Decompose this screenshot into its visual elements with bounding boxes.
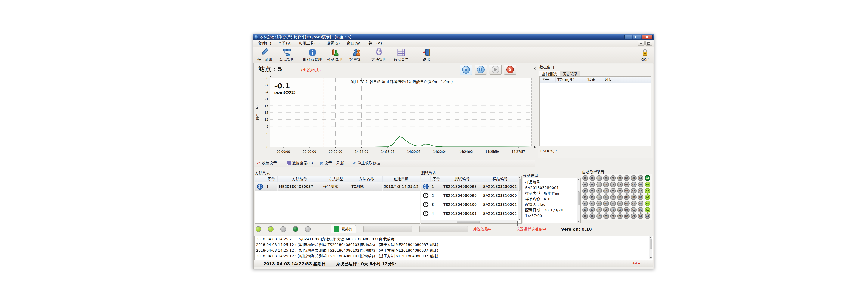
vial-H6[interactable]: H6 [596,207,602,213]
close-button[interactable] [642,35,652,39]
customer-mgmt-button[interactable]: 客户管理 [346,47,368,64]
vial-D4[interactable]: D4 [624,194,629,200]
linear-settings-button[interactable]: 线性设置 [254,160,283,166]
vial-G1[interactable]: G1 [603,175,609,181]
test-row-1[interactable]: 1 TS201804080098 SA201803280001 [421,182,518,191]
vial-H7[interactable]: H7 [596,213,602,219]
vial-J4[interactable]: J4 [582,194,588,200]
vial-F1[interactable]: F1 [610,175,616,181]
vial-I7[interactable]: I7 [589,213,595,219]
test-row-4[interactable]: 4 TS201804080101 SA201803310002 [421,209,518,218]
vial-G4[interactable]: G4 [603,194,609,200]
vial-D7[interactable]: D7 [624,213,629,219]
vial-I5[interactable]: I5 [589,201,595,206]
vial-I4[interactable]: I4 [589,194,595,200]
vial-H1[interactable]: H1 [596,175,602,181]
vial-A6[interactable]: A6 [645,207,650,213]
menu-file[interactable]: 文件(F) [255,40,275,46]
vial-B6[interactable]: B6 [638,207,644,213]
menu-tools[interactable]: 实用工具(T) [295,40,323,46]
vial-E5[interactable]: E5 [617,201,623,206]
stop-comm-button[interactable]: 停止通讯 [254,47,276,64]
vial-C6[interactable]: C6 [631,207,637,213]
scroll-thumb[interactable] [457,221,480,223]
vial-A4[interactable]: A4 [645,194,650,200]
log-vscrollbar[interactable] [649,236,652,259]
vial-B1[interactable]: B1 [638,175,644,181]
scroll-up-icon[interactable] [649,236,652,239]
vial-I3[interactable]: I3 [589,188,595,194]
vial-B7[interactable]: B7 [638,213,644,219]
vial-C5[interactable]: C5 [631,201,637,206]
scroll-thumb[interactable] [650,239,652,249]
scroll-down-icon[interactable] [649,257,652,259]
vial-G2[interactable]: G2 [603,182,609,187]
vial-A2[interactable]: A2 [645,182,650,187]
scroll-down-icon[interactable] [518,218,521,221]
data-view-button[interactable]: 数据查看 [390,47,412,64]
scroll-down-icon[interactable] [577,220,580,223]
stop-acquire-button[interactable]: 停止获取数据 [350,160,382,166]
menu-settings[interactable]: 设置(S) [323,40,343,46]
vial-J3[interactable]: J3 [582,188,588,194]
vial-C2[interactable]: C2 [631,182,637,187]
vial-E3[interactable]: E3 [617,188,623,194]
vial-D2[interactable]: D2 [624,182,629,187]
vial-B2[interactable]: B2 [638,182,644,187]
lock-button[interactable]: 锁定 [637,47,653,64]
menu-window[interactable]: 窗口(W) [343,40,365,46]
vial-F7[interactable]: F7 [610,213,616,219]
sample-info-vscrollbar[interactable] [577,178,580,223]
vial-D3[interactable]: D3 [624,188,629,194]
chart-settings-button[interactable]: 设置 [317,160,334,166]
vial-E7[interactable]: E7 [617,213,623,219]
vial-A7[interactable]: A7 [645,213,650,219]
vial-J1[interactable]: J1 [582,175,588,181]
vial-G3[interactable]: G3 [603,188,609,194]
scroll-thumb[interactable] [578,192,580,205]
vial-E6[interactable]: E6 [617,207,623,213]
vial-D5[interactable]: D5 [624,201,629,206]
test-row-3[interactable]: 3 TS201804080100 SA201803310001 [421,200,518,209]
vial-F6[interactable]: F6 [610,207,616,213]
vial-H3[interactable]: H3 [596,188,602,194]
vial-F5[interactable]: F5 [610,201,616,206]
vial-G5[interactable]: G5 [603,201,609,206]
test-row-2[interactable]: 2 TS201804080099 SA201803310000 [421,191,518,200]
exit-button[interactable]: 退出 [415,47,438,64]
uv-lamp-button[interactable]: 紫外灯 [331,225,356,233]
chart-data-view-button[interactable]: 数据查看(D) [285,160,315,166]
vial-D1[interactable]: D1 [624,175,629,181]
vial-F2[interactable]: F2 [610,182,616,187]
vial-B5[interactable]: B5 [638,201,644,206]
vial-F3[interactable]: F3 [610,188,616,194]
vial-D6[interactable]: D6 [624,207,629,213]
vial-A5[interactable]: A5 [645,201,650,206]
vial-B4[interactable]: B4 [638,194,644,200]
vial-C4[interactable]: C4 [631,194,637,200]
sample-mgmt-button[interactable]: 样品管理 [323,47,346,64]
start-run-button[interactable] [489,65,502,75]
vial-C1[interactable]: C1 [631,175,637,181]
vial-H5[interactable]: H5 [596,201,602,206]
vial-J6[interactable]: J6 [582,207,588,213]
vial-H4[interactable]: H4 [596,194,602,200]
vial-I6[interactable]: I6 [589,207,595,213]
cancel-run-button[interactable] [504,65,516,75]
menu-view[interactable]: 查看(V) [275,40,295,46]
child-restore-button[interactable] [645,41,652,45]
vial-H2[interactable]: H2 [596,182,602,187]
vial-E2[interactable]: E2 [617,182,623,187]
vial-J5[interactable]: J5 [582,201,588,206]
collapse-panel-button[interactable] [534,65,537,72]
scroll-up-icon[interactable] [518,176,521,179]
scroll-thumb[interactable] [519,179,521,191]
maximize-button[interactable] [633,35,641,39]
pause-run-button[interactable] [474,65,487,75]
method-row-1[interactable]: 1 ME201804080037 样品测试 TC测试 2018/4/8 14:2… [255,182,420,191]
vial-I2[interactable]: I2 [589,182,595,187]
vial-B3[interactable]: B3 [638,188,644,194]
minimize-button[interactable] [624,35,632,39]
child-minimize-button[interactable] [638,41,645,45]
test-list-hscrollbar[interactable] [421,220,518,223]
